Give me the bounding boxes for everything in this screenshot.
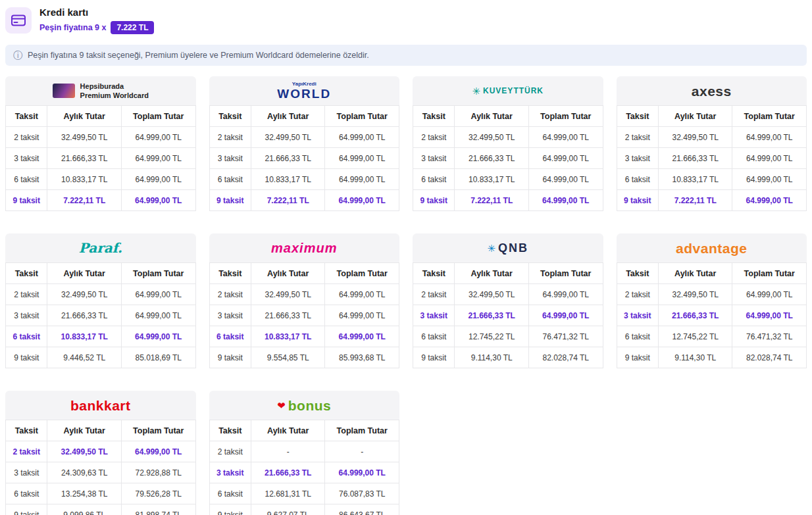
maximum-logo-text: maximum (271, 241, 337, 255)
toplam-tutar-cell: 64.999,00 TL (732, 190, 807, 211)
aylik-tutar-cell: 9.114,30 TL (455, 347, 529, 368)
taksit-cell: 2 taksit (209, 284, 251, 305)
aylik-tutar-cell: 9.627,07 TL (251, 504, 325, 515)
toplam-tutar-cell: 64.999,00 TL (528, 169, 603, 190)
taksit-cell: 9 taksit (6, 504, 47, 515)
bank-card-axess: axessTaksitAylık TutarToplam Tutar2 taks… (617, 76, 807, 211)
aylik-tutar-cell: 13.254,38 TL (47, 483, 122, 504)
aylik-tutar-cell: 21.666,33 TL (47, 148, 122, 169)
qnb-logo-text: QNB (498, 242, 528, 254)
advantage-logo-wrap: advantage (676, 241, 747, 255)
page-title: Kredi kartı (39, 7, 154, 18)
column-taksit: Taksit (6, 420, 47, 441)
taksit-cell: 6 taksit (209, 483, 251, 504)
column-taksit: Taksit (413, 263, 455, 284)
taksit-cell: 2 taksit (617, 127, 658, 148)
installment-row: 6 taksit10.833,17 TL64.999,00 TL (209, 326, 399, 347)
paraf-logo: Paraf. (5, 233, 196, 262)
column-taksit: Taksit (617, 106, 658, 127)
taksit-cell: 9 taksit (413, 347, 455, 368)
aylik-tutar-cell: 7.222,11 TL (658, 190, 732, 211)
taksit-cell: 2 taksit (6, 284, 47, 305)
taksit-cell: 3 taksit (209, 148, 251, 169)
installment-offer-text: Peşin fiyatına 9 x (39, 23, 106, 32)
aylik-tutar-cell: 21.666,33 TL (251, 148, 325, 169)
info-banner: ⓘ Peşin fiyatına 9 taksit seçeneği, Prem… (5, 45, 807, 66)
credit-card-icon (5, 7, 32, 34)
kuveyt-turk-logo: ✳KUVEYTTÜRK (413, 76, 603, 105)
installment-row: 6 taksit12.745,22 TL76.471,32 TL (413, 326, 603, 347)
toplam-tutar-cell: 64.999,00 TL (325, 326, 399, 347)
taksit-cell: 9 taksit (6, 347, 47, 368)
toplam-tutar-cell: 64.999,00 TL (732, 127, 807, 148)
installment-table-qnb: TaksitAylık TutarToplam Tutar2 taksit32.… (413, 262, 603, 368)
aylik-tutar-cell: 10.833,17 TL (251, 326, 325, 347)
taksit-cell: 2 taksit (209, 441, 251, 462)
toplam-tutar-cell: 64.999,00 TL (121, 169, 195, 190)
bankkart-logo-text: bankkart (70, 399, 131, 412)
toplam-tutar-cell: 64.999,00 TL (121, 148, 195, 169)
aylik-tutar-cell: 21.666,33 TL (455, 305, 529, 326)
installment-row: 9 taksit9.627,07 TL86.643,67 TL (209, 504, 399, 515)
column-toplam-tutar: Toplam Tutar (121, 106, 195, 127)
column-aylik-tutar: Aylık Tutar (658, 106, 732, 127)
aylik-tutar-cell: 21.666,33 TL (658, 148, 732, 169)
installment-table-axess: TaksitAylık TutarToplam Tutar2 taksit32.… (617, 105, 807, 211)
aylik-tutar-cell: 32.499,50 TL (47, 284, 122, 305)
installment-row: 3 taksit21.666,33 TL64.999,00 TL (209, 462, 399, 483)
table-header-row: TaksitAylık TutarToplam Tutar (209, 420, 399, 441)
toplam-tutar-cell: 64.999,00 TL (121, 127, 195, 148)
column-aylik-tutar: Aylık Tutar (47, 263, 122, 284)
installment-row: 2 taksit32.499,50 TL64.999,00 TL (6, 284, 196, 305)
installment-row: 3 taksit21.666,33 TL64.999,00 TL (617, 148, 807, 169)
paraf-logo-wrap: Paraf. (79, 241, 122, 255)
column-taksit: Taksit (6, 106, 47, 127)
aylik-tutar-cell: 21.666,33 TL (251, 305, 325, 326)
installment-row: 2 taksit-- (209, 441, 399, 462)
world-logo-top-text: YapıKredi (292, 82, 317, 87)
bankkart-logo: bankkart (5, 391, 196, 420)
installment-row: 9 taksit9.114,30 TL82.028,74 TL (617, 347, 807, 368)
aylik-tutar-cell: 32.499,50 TL (455, 284, 529, 305)
installment-row: 2 taksit32.499,50 TL64.999,00 TL (209, 127, 399, 148)
world-logo: YapıKrediWORLD (209, 76, 400, 105)
bonus-logo-wrap: ❤bonus (277, 399, 331, 412)
column-aylik-tutar: Aylık Tutar (251, 420, 325, 441)
installment-row: 9 taksit9.099,86 TL81.898,74 TL (6, 504, 196, 515)
installment-table-world: TaksitAylık TutarToplam Tutar2 taksit32.… (209, 105, 400, 211)
installment-row: 3 taksit24.309,63 TL72.928,88 TL (6, 462, 196, 483)
toplam-tutar-cell: 79.526,28 TL (121, 483, 195, 504)
toplam-tutar-cell: 64.999,00 TL (528, 127, 603, 148)
toplam-tutar-cell: 64.999,00 TL (528, 305, 603, 326)
column-taksit: Taksit (617, 263, 658, 284)
aylik-tutar-cell: 21.666,33 TL (658, 305, 732, 326)
installment-row: 2 taksit32.499,50 TL64.999,00 TL (617, 284, 807, 305)
taksit-cell: 6 taksit (209, 326, 251, 347)
bank-card-bonus: ❤bonusTaksitAylık TutarToplam Tutar2 tak… (209, 391, 400, 515)
taksit-cell: 9 taksit (209, 347, 251, 368)
column-taksit: Taksit (209, 263, 251, 284)
aylik-tutar-cell: 12.745,22 TL (658, 326, 732, 347)
installment-table-advantage: TaksitAylık TutarToplam Tutar2 taksit32.… (617, 262, 807, 368)
taksit-cell: 2 taksit (617, 284, 658, 305)
aylik-tutar-cell: 9.554,85 TL (251, 347, 325, 368)
installment-amount-badge: 7.222 TL (111, 21, 154, 34)
column-toplam-tutar: Toplam Tutar (325, 420, 399, 441)
installment-row: 2 taksit32.499,50 TL64.999,00 TL (6, 441, 196, 462)
column-taksit: Taksit (413, 106, 455, 127)
installment-table-maximum: TaksitAylık TutarToplam Tutar2 taksit32.… (209, 262, 400, 368)
axess-logo-wrap: axess (692, 84, 732, 98)
taksit-cell: 6 taksit (617, 326, 658, 347)
installment-row: 9 taksit7.222,11 TL64.999,00 TL (413, 190, 603, 211)
column-toplam-tutar: Toplam Tutar (528, 263, 603, 284)
installment-row: 9 taksit9.446,52 TL85.018,69 TL (6, 347, 196, 368)
toplam-tutar-cell: 64.999,00 TL (325, 284, 399, 305)
column-aylik-tutar: Aylık Tutar (251, 106, 325, 127)
installment-row: 6 taksit13.254,38 TL79.526,28 TL (6, 483, 196, 504)
maximum-logo-wrap: maximum (271, 241, 337, 255)
column-toplam-tutar: Toplam Tutar (325, 263, 399, 284)
aylik-tutar-cell: 32.499,50 TL (251, 284, 325, 305)
installment-row: 6 taksit12.681,31 TL76.087,83 TL (209, 483, 399, 504)
column-taksit: Taksit (209, 420, 251, 441)
taksit-cell: 3 taksit (209, 462, 251, 483)
